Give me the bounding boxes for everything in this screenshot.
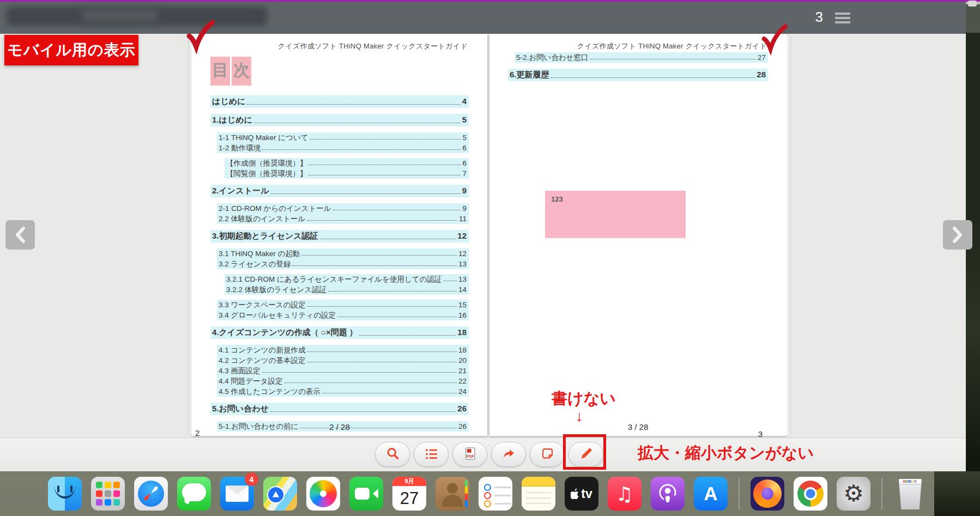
toc-dot-leader (247, 104, 460, 105)
share-button[interactable] (491, 442, 526, 467)
dock-item-facetime[interactable] (349, 477, 383, 511)
toc-row[interactable]: 4.4 問題データ設定22 (217, 376, 469, 386)
viewer-top-bar: 3 (0, 2, 980, 34)
search-button[interactable] (375, 442, 410, 467)
toc-row[interactable]: 3.3 ワークスペースの設定15 (217, 300, 469, 310)
toc-row[interactable]: 4.クイズコンテンツの作成（ ○×問題 ）18 (210, 326, 469, 339)
toolbar-buttons: PDF (375, 442, 603, 467)
desktop-corner-chip (968, 1, 977, 7)
sticky-note-button[interactable] (530, 442, 565, 467)
toc-page-number: 24 (458, 387, 467, 396)
toc-dot-leader (333, 210, 461, 210)
dock-item-reminders[interactable] (479, 477, 512, 511)
toc-row[interactable]: 1-2 動作環境6 (217, 143, 469, 153)
toc-row[interactable]: 4.5 作成したコンテンツの表示24 (217, 386, 469, 397)
dock-item-appstore[interactable]: A (694, 477, 728, 511)
dock-item-launchpad[interactable] (91, 477, 125, 511)
pencil-icon (579, 446, 594, 463)
pink-sticky-note[interactable]: 123 (545, 191, 686, 238)
toc-page-number: 7 (462, 169, 467, 178)
appstore-label: A (704, 483, 717, 505)
toc-title-char: 目 (210, 57, 230, 86)
toc-dot-leader (310, 139, 461, 139)
toc-row[interactable]: 6.更新履歴28 (508, 69, 768, 81)
toc-entry-text: 3.初期起動とライセンス認証 (212, 231, 318, 241)
calendar-day: 27 (392, 486, 426, 511)
toc-row[interactable]: 2-1 CD-ROM からのインストール9 (217, 203, 469, 214)
dock-item-mail[interactable]: 4 (220, 477, 254, 511)
toc-row[interactable]: 3.2.2 体験版のライセンス認証14 (225, 284, 469, 295)
toc-entry-text: 4.1 コンテンツの新規作成 (219, 345, 305, 355)
toc-row[interactable]: 4.2 コンテンツの基本設定20 (217, 355, 469, 366)
toc-page-number: 5 (462, 133, 467, 142)
pdf-page-right: クイズ作成ソフト THiNQ Maker クイックスタートガイド 5-2.お問い… (489, 34, 787, 436)
hamburger-icon[interactable] (835, 13, 850, 25)
dock-item-chrome[interactable] (794, 477, 827, 511)
dock-item-safari[interactable] (134, 477, 168, 511)
dock-item-podcasts[interactable] (651, 477, 685, 511)
toc-list-right: 5-2.お問い合わせ窓口276.更新履歴28 (508, 52, 768, 87)
toc-title-char: 次 (232, 57, 251, 86)
toc-page-number: 13 (458, 260, 467, 268)
dock-item-music[interactable]: ♫ (608, 477, 642, 511)
toc-page-number: 6 (462, 144, 467, 152)
appletv-label: tv (581, 487, 592, 501)
toc-row[interactable]: 3.4 グローバルセキュリティの設定16 (217, 310, 469, 320)
page-corner-number: 2 (195, 428, 199, 438)
next-page-button[interactable] (943, 220, 972, 250)
toc-dot-leader (270, 193, 460, 194)
dock-item-trash[interactable] (893, 477, 927, 511)
pencil-button[interactable] (568, 442, 603, 467)
toc-dot-leader (307, 351, 457, 352)
toc-row[interactable]: 3.初期起動とライセンス認証12 (210, 230, 469, 242)
dock-item-messages[interactable] (177, 477, 211, 511)
blurred-window-title-highlight (82, 10, 158, 21)
toc-entry-text: 4.クイズコンテンツの作成（ ○×問題 ） (212, 327, 358, 338)
toc-row[interactable]: 3.2.1 CD-ROM にあるライセンスキーファイルを使用しての認証13 (225, 274, 469, 284)
toc-dot-leader (262, 372, 457, 373)
toc-row[interactable]: 2.2 体験版のインストール11 (217, 214, 469, 224)
pdf-export-button[interactable]: PDF (452, 442, 487, 467)
dock-item-finder[interactable] (48, 477, 82, 511)
toc-page-number: 6 (462, 159, 467, 167)
dock-item-maps[interactable] (263, 477, 297, 511)
toc-row[interactable]: 1-1 THiNQ Maker について5 (217, 132, 469, 143)
toc-row[interactable]: はじめに4 (210, 95, 469, 108)
toc-entry-text: 1-1 THiNQ Maker について (219, 133, 308, 143)
toc-entry-text: 4.4 問題データ設定 (219, 377, 283, 386)
dock-item-notes[interactable] (522, 477, 555, 511)
toc-page-number: 18 (458, 346, 467, 354)
dock-item-contacts[interactable] (435, 477, 469, 511)
toc-dot-leader (443, 281, 457, 281)
dock-item-photos[interactable] (306, 477, 340, 511)
toc-row[interactable]: 4.3 画面設定21 (217, 366, 469, 376)
toc-entry-text: 5-2.お問い合わせ窓口 (516, 53, 589, 63)
toc-row[interactable]: 3.1 THiNQ Maker の起動12 (217, 248, 469, 259)
toc-row[interactable]: 4.1 コンテンツの新規作成18 (217, 345, 469, 355)
toc-row[interactable]: 【閲覧側（推奨環境）】7 (225, 168, 469, 179)
document-header: クイズ作成ソフト THiNQ Maker クイックスタートガイド (577, 41, 767, 51)
toc-dot-leader (307, 362, 457, 362)
toc-row[interactable]: 3.2 ライセンスの登録13 (217, 259, 469, 269)
calendar-month: 9月 (392, 477, 426, 486)
toc-page-number: 14 (458, 286, 467, 294)
chevron-right-icon (951, 226, 964, 244)
dock-item-settings[interactable]: ⚙ (837, 477, 870, 511)
dock-item-calendar[interactable]: 9月27 (392, 477, 426, 511)
toc-row[interactable]: 【作成側（推奨環境）】6 (225, 158, 469, 168)
toc-title: 目次 (210, 57, 251, 86)
toc-row[interactable]: 5-2.お問い合わせ窓口27 (515, 52, 768, 63)
dock-item-firefox[interactable] (751, 477, 784, 511)
toc-row[interactable]: 2.インストール9 (210, 185, 469, 197)
toc-page-number: 21 (458, 367, 467, 375)
page-indicator: 3 (815, 9, 823, 26)
previous-page-button[interactable] (5, 220, 35, 250)
toc-row[interactable]: 5.お問い合わせ26 (210, 403, 469, 415)
toc-entry-text: はじめに (212, 96, 245, 107)
toc-page-number: 28 (757, 70, 766, 79)
dock-item-appletv[interactable]: tv (565, 477, 598, 511)
toc-entry-text: 5.お問い合わせ (212, 404, 269, 414)
toc-row[interactable]: 1.はじめに5 (210, 114, 469, 126)
toc-entry-text: 2.2 体験版のインストール (219, 214, 305, 224)
toc-list-button[interactable] (414, 442, 449, 467)
